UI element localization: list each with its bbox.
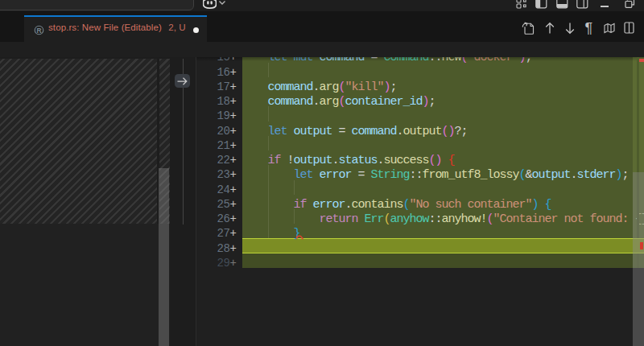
svg-text:R: R (36, 26, 41, 34)
